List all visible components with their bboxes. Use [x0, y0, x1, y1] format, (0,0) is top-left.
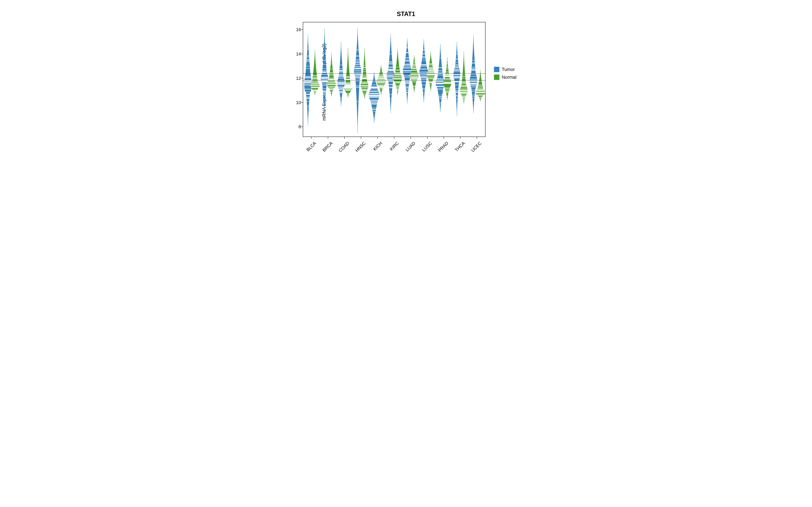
x-tick	[444, 136, 444, 138]
reference-line	[303, 73, 485, 74]
x-tick-label: THCA	[452, 140, 466, 155]
y-tick-label: 10	[293, 100, 301, 105]
x-tick-label: LUSC	[418, 140, 433, 155]
reference-line	[303, 80, 485, 80]
x-tick	[361, 136, 361, 138]
x-tick	[377, 136, 378, 138]
plot-area	[303, 22, 485, 136]
x-tick-label: LUAD	[402, 140, 416, 155]
x-tick	[477, 136, 477, 138]
plot-frame: 810121416BLCABRCACOADHNSCKICHKIRCLUADLUS…	[303, 22, 486, 137]
x-tick	[394, 136, 394, 138]
legend: TumorNormal	[494, 67, 516, 82]
x-tick-label: KICH	[369, 140, 384, 155]
x-tick-label: HNSC	[352, 140, 367, 155]
x-tick-label: BRCA	[319, 140, 334, 155]
y-tick	[301, 54, 303, 54]
x-tick-label: BLCA	[303, 140, 317, 155]
chart-title: STAT1	[277, 10, 535, 17]
legend-item: Tumor	[494, 67, 516, 72]
x-tick-label: PRAD	[435, 140, 450, 155]
x-tick	[460, 136, 460, 138]
legend-label: Normal	[502, 75, 516, 80]
y-tick	[301, 102, 303, 103]
x-tick-label: UCEC	[468, 140, 483, 155]
legend-swatch	[494, 74, 499, 80]
legend-swatch	[494, 67, 499, 72]
y-tick-label: 14	[293, 51, 301, 56]
y-tick	[301, 78, 303, 78]
chart-container: STAT1 mRNA Expression (RNASeq V2, log2) …	[277, 0, 535, 161]
x-tick	[328, 136, 328, 138]
x-tick-label: COAD	[336, 140, 350, 155]
x-tick	[411, 136, 411, 138]
legend-label: Tumor	[502, 67, 515, 72]
x-tick-label: KIRC	[385, 140, 400, 155]
y-tick-label: 12	[293, 75, 301, 81]
y-tick	[301, 30, 303, 30]
x-tick	[427, 136, 427, 138]
y-tick	[301, 126, 303, 127]
bean-normal	[303, 22, 485, 136]
y-tick-label: 16	[293, 27, 301, 32]
x-tick	[344, 136, 345, 138]
legend-item: Normal	[494, 74, 516, 80]
y-tick-label: 8	[293, 124, 301, 129]
x-tick	[311, 136, 312, 138]
